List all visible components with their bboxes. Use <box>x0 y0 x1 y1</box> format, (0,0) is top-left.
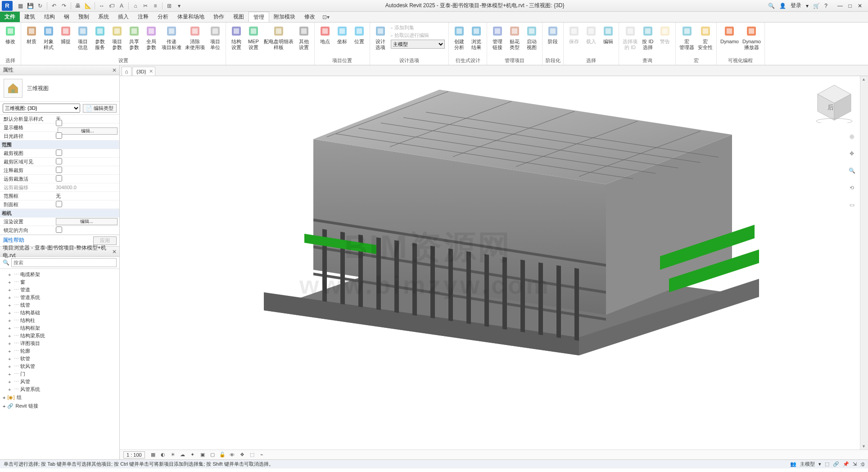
menu-analyze[interactable]: 分析 <box>153 12 173 22</box>
qat-text-icon[interactable]: A <box>118 2 126 10</box>
close-button[interactable]: ✕ <box>855 2 864 10</box>
expand-icon[interactable]: + <box>8 372 13 377</box>
help-icon[interactable]: ? <box>824 3 827 9</box>
prop-checkbox[interactable] <box>56 158 62 164</box>
expand-icon[interactable]: + <box>8 303 13 308</box>
menu-precast[interactable]: 预制 <box>74 12 94 22</box>
ribbon-id2-button[interactable]: 按 ID 选择 <box>639 23 656 51</box>
lookat-icon[interactable]: ▭ <box>845 199 858 211</box>
menu-manage[interactable]: 管理 <box>249 12 269 22</box>
ribbon-sphere-button[interactable]: 材质 <box>23 23 40 45</box>
ribbon-doc-button[interactable]: 项目 信息 <box>74 23 91 51</box>
prop-checkbox[interactable] <box>56 120 62 126</box>
dropdown-icon[interactable]: ▾ <box>806 3 809 9</box>
design-option-select[interactable]: 主模型 <box>391 40 445 49</box>
properties-close-icon[interactable]: ✕ <box>112 67 117 73</box>
qat-print-icon[interactable]: 🖶 <box>74 2 82 10</box>
menu-view[interactable]: 视图 <box>229 12 249 22</box>
worksharing-icon[interactable]: ⬚ <box>249 451 256 458</box>
pan-icon[interactable]: ✥ <box>845 147 858 160</box>
tree-item[interactable]: +⋯电缆桥架 <box>1 271 118 278</box>
ribbon-cloud-button[interactable]: 参数 服务 <box>91 23 108 51</box>
prop-checkbox[interactable] <box>56 201 62 207</box>
prop-value[interactable]: 304800.0 <box>54 185 119 190</box>
qat-3d-icon[interactable]: ⌂ <box>131 2 140 10</box>
tree-item[interactable]: +⋯窗 <box>1 278 118 286</box>
ribbon-side-item[interactable]: 主模型 <box>391 40 445 49</box>
user-icon[interactable]: 👤 <box>779 3 786 9</box>
search-icon[interactable]: 🔍 <box>768 3 775 9</box>
detail-level-icon[interactable]: ▦ <box>149 451 157 458</box>
properties-type-selector[interactable]: 三维视图 <box>0 75 119 102</box>
ribbon-sview-button[interactable]: 启动 视图 <box>523 23 540 51</box>
qat-close-icon[interactable]: ⊞ <box>165 2 173 10</box>
ribbon-mlink-button[interactable]: 管理 链接 <box>489 23 506 51</box>
menu-insert[interactable]: 插入 <box>113 12 133 22</box>
menu-dropdown-icon[interactable]: ⊡▾ <box>322 14 330 20</box>
qat-section-icon[interactable]: ✂ <box>141 2 149 10</box>
qat-undo-icon[interactable]: ↶ <box>50 2 58 10</box>
expand-icon[interactable]: + <box>8 272 13 277</box>
tree-item[interactable]: +⋯结构梁系统 <box>1 332 118 340</box>
ribbon-dynp-button[interactable]: Dynamo 播放器 <box>741 23 763 51</box>
menu-file[interactable]: 文件 <box>0 12 20 22</box>
prop-edit-button[interactable]: 编辑... <box>56 218 118 225</box>
menu-annotate[interactable]: 注释 <box>133 12 153 22</box>
expand-icon[interactable]: + <box>8 318 13 323</box>
qat-save-icon[interactable]: 💾 <box>26 2 34 10</box>
ribbon-sparam-button[interactable]: 共享 参数 <box>126 23 143 51</box>
tree-revit-link[interactable]: +🔗Revit 链接 <box>1 402 118 410</box>
ribbon-purge-button[interactable]: 清除 未使用项 <box>183 23 207 51</box>
properties-instance-select[interactable]: 三维视图: {3D} <box>3 104 80 113</box>
ribbon-gparam-button[interactable]: 全局 参数 <box>143 23 160 51</box>
expand-icon[interactable]: + <box>8 326 13 331</box>
expand-icon[interactable]: + <box>8 364 13 369</box>
tree-item[interactable]: +⋯详图项目 <box>1 340 118 347</box>
shadows-icon[interactable]: ☁ <box>179 451 186 458</box>
viewcube[interactable]: 后 <box>814 82 854 123</box>
ribbon-pos-button[interactable]: 位置 <box>351 23 368 45</box>
view-tab-3d[interactable]: {3D} ✕ <box>132 67 155 76</box>
steering-wheel-icon[interactable]: ◎ <box>845 130 858 143</box>
edit-type-button[interactable]: 📄 编辑类型 <box>83 104 117 113</box>
tree-item[interactable]: +⋯结构框架 <box>1 324 118 332</box>
ribbon-gen1-button[interactable]: 创建 分析 <box>451 23 468 51</box>
qat-dimension-icon[interactable]: ↔ <box>98 2 106 10</box>
ribbon-edit-button[interactable]: 编辑 <box>600 23 617 45</box>
status-drag-icon[interactable]: ⇲ <box>853 461 857 467</box>
expand-icon[interactable]: + <box>8 280 13 285</box>
tree-item[interactable]: +⋯软管 <box>1 355 118 363</box>
status-select-icon[interactable]: ⬚ <box>825 461 829 467</box>
cart-icon[interactable]: 🛒 <box>813 3 820 9</box>
qat-switch-icon[interactable]: ▾ <box>175 2 183 10</box>
ribbon-other-button[interactable]: 其他 设置 <box>295 23 312 51</box>
menu-collaborate[interactable]: 协作 <box>209 12 229 22</box>
tree-item[interactable]: +⋯线管 <box>1 301 118 309</box>
qat-open-icon[interactable]: ▦ <box>16 2 24 10</box>
expand-icon[interactable]: + <box>8 349 13 354</box>
crop-show-icon[interactable]: ▢ <box>209 451 216 458</box>
menu-steel[interactable]: 钢 <box>59 12 74 22</box>
ribbon-panel-button[interactable]: 配电盘明细表 样板 <box>262 23 295 51</box>
reveal-icon[interactable]: ❖ <box>239 451 246 458</box>
tree-item[interactable]: +⋯结构柱 <box>1 317 118 324</box>
view-scale[interactable]: 1 : 100 <box>123 451 145 458</box>
ribbon-dopt-button[interactable]: 设计 选项 <box>372 23 389 51</box>
search-input[interactable] <box>11 258 117 267</box>
ribbon-decal-button[interactable]: 贴花 类型 <box>506 23 523 51</box>
tree-item[interactable]: +⋯风管系统 <box>1 386 118 393</box>
zoom-icon[interactable]: 🔍 <box>845 164 858 177</box>
ribbon-unit-button[interactable]: 项目 单位 <box>207 23 224 51</box>
ribbon-dyn-button[interactable]: Dynamo <box>719 23 741 45</box>
prop-checkbox[interactable] <box>56 167 62 173</box>
menu-modify[interactable]: 修改 <box>300 12 320 22</box>
unlock-icon[interactable]: 🔓 <box>219 451 226 458</box>
render-icon[interactable]: ✦ <box>189 451 196 458</box>
expand-icon[interactable]: + <box>8 295 13 300</box>
ribbon-gen2-button[interactable]: 浏览 结果 <box>468 23 485 51</box>
expand-icon[interactable]: + <box>8 341 13 346</box>
qat-measure-icon[interactable]: 📐 <box>84 2 92 10</box>
prop-value[interactable]: 无 <box>54 193 119 200</box>
prop-checkbox[interactable] <box>56 150 62 156</box>
ribbon-coord-button[interactable]: 坐标 <box>334 23 351 45</box>
